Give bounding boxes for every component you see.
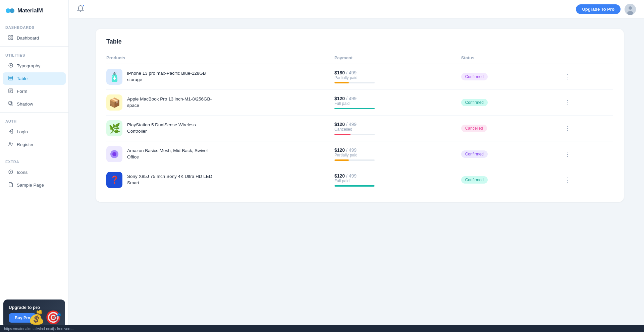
upgrade-box-title: Upgrade to pro (9, 305, 60, 310)
payment-cell-inner: $180 / 499 Partially paid (334, 70, 461, 83)
sidebar-divider (0, 112, 68, 113)
svg-rect-3 (11, 36, 13, 37)
progress-bar-bg (334, 134, 375, 135)
col-header-0: Products (106, 52, 334, 64)
payment-total: / 499 (346, 122, 357, 127)
product-image (106, 146, 122, 162)
table-row: ❓ Sony X85J 75 Inch Sony 4K Ultra HD LED… (106, 167, 613, 193)
payment-label: Partially paid (334, 75, 461, 80)
progress-bar-fill (334, 108, 375, 109)
product-cell: 🧴 iPhone 13 pro max-Pacific Blue-128GB s… (106, 64, 334, 90)
product-cell-inner: ❓ Sony X85J 75 Inch Sony 4K Ultra HD LED… (106, 172, 334, 188)
sidebar-item-label: Shadow (17, 102, 33, 107)
topbar: Upgrade To Pro (69, 0, 644, 19)
svg-point-27 (629, 6, 632, 10)
product-name: iPhone 13 pro max-Pacific Blue-128GB sto… (127, 70, 214, 83)
payment-cell: $180 / 499 Partially paid (334, 64, 461, 90)
status-badge: Confirmed (461, 99, 488, 106)
table-body: 🧴 iPhone 13 pro max-Pacific Blue-128GB s… (106, 64, 613, 193)
payment-label: Full paid (334, 101, 461, 106)
product-cell: 📦 Apple MacBook Pro 13 inch-M1-8/256GB-s… (106, 90, 334, 116)
sidebar: MaterialM DashboardsDashboardUtilitiesTy… (0, 0, 69, 332)
product-name: Apple MacBook Pro 13 inch-M1-8/256GB-spa… (127, 96, 214, 109)
notification-bell[interactable] (77, 5, 84, 13)
product-cell: ❓ Sony X85J 75 Inch Sony 4K Ultra HD LED… (106, 167, 334, 193)
payment-cell-inner: $120 / 499 Full paid (334, 173, 461, 187)
table-header: ProductsPaymentStatus (106, 52, 613, 64)
product-image: ❓ (106, 172, 122, 188)
payment-label: Partially paid (334, 153, 461, 157)
payment-label: Full paid (334, 179, 461, 183)
payment-cell-inner: $120 / 499 Cancelled (334, 122, 461, 135)
table-row: Amazon Basics Mesh, Mid-Back, Swivel Off… (106, 141, 613, 167)
shadow-icon (8, 101, 13, 107)
sidebar-item-label: Register (17, 142, 34, 147)
more-options-button[interactable]: ⋮ (562, 175, 573, 185)
svg-rect-5 (11, 38, 13, 40)
table-row: 🌿 PlayStation 5 DualSense Wireless Contr… (106, 116, 613, 141)
more-options-button[interactable]: ⋮ (562, 123, 573, 133)
status-badge: Confirmed (461, 176, 488, 184)
payment-total: / 499 (346, 147, 357, 153)
status-cell: Confirmed (461, 90, 562, 116)
avatar[interactable] (625, 4, 636, 15)
sidebar-item-label: Form (17, 89, 28, 94)
col-header-3 (562, 52, 613, 64)
icons-icon (8, 169, 13, 176)
product-cell: 🌿 PlayStation 5 DualSense Wireless Contr… (106, 116, 334, 141)
payment-cell: $120 / 499 Full paid (334, 90, 461, 116)
product-name: PlayStation 5 DualSense Wireless Control… (127, 122, 214, 135)
logo: MaterialM (0, 0, 68, 21)
table-title: Table (106, 38, 613, 45)
more-options-button[interactable]: ⋮ (562, 97, 573, 108)
product-cell: Amazon Basics Mesh, Mid-Back, Swivel Off… (106, 141, 334, 167)
sidebar-item-shadow[interactable]: Shadow (3, 98, 66, 110)
progress-bar-bg (334, 108, 375, 109)
sidebar-item-label: Sample Page (17, 183, 44, 188)
sidebar-item-typography[interactable]: Typography (3, 60, 66, 72)
upgrade-pro-button[interactable]: Upgrade To Pro (576, 4, 621, 14)
payment-total: / 499 (346, 70, 357, 75)
logo-icon (5, 6, 15, 15)
more-options-button[interactable]: ⋮ (562, 149, 573, 159)
sidebar-item-form[interactable]: Form (3, 85, 66, 97)
more-cell: ⋮ (562, 64, 613, 90)
main-area: Upgrade To Pro Table ProductsPaymentStat… (69, 0, 644, 332)
sidebar-divider (0, 46, 68, 47)
payment-total: / 499 (346, 96, 357, 101)
sidebar-item-login[interactable]: Login (3, 126, 66, 138)
payment-amount: $120 / 499 (334, 122, 461, 127)
sidebar-sections: DashboardsDashboardUtilitiesTypographyTa… (0, 21, 68, 192)
sidebar-section-label-2: Auth (0, 115, 68, 125)
upgrade-box: Upgrade to pro Buy Pro 💰🎯 (3, 300, 65, 328)
form-icon (8, 88, 13, 94)
col-header-2: Status (461, 52, 562, 64)
grid-icon (8, 35, 13, 41)
sidebar-item-dashboard[interactable]: Dashboard (3, 32, 66, 44)
progress-bar-fill (334, 82, 349, 83)
status-cell: Confirmed (461, 64, 562, 90)
payment-amount: $120 / 499 (334, 96, 461, 101)
product-cell-inner: 📦 Apple MacBook Pro 13 inch-M1-8/256GB-s… (106, 94, 334, 111)
sidebar-item-label: Typography (17, 63, 41, 68)
sidebar-item-sample-page[interactable]: Sample Page (3, 179, 66, 191)
more-cell: ⋮ (562, 167, 613, 193)
svg-point-30 (112, 152, 116, 156)
progress-bar-fill (334, 159, 349, 161)
product-name: Sony X85J 75 Inch Sony 4K Ultra HD LED S… (127, 174, 214, 186)
sidebar-item-register[interactable]: Register (3, 138, 66, 151)
product-name: Amazon Basics Mesh, Mid-Back, Swivel Off… (127, 148, 214, 160)
svg-rect-2 (9, 36, 10, 37)
more-options-button[interactable]: ⋮ (562, 72, 573, 82)
payment-amount: $120 / 499 (334, 173, 461, 179)
payment-cell: $120 / 499 Full paid (334, 167, 461, 193)
sidebar-item-icons[interactable]: Icons (3, 166, 66, 179)
product-cell-inner: 🌿 PlayStation 5 DualSense Wireless Contr… (106, 120, 334, 136)
more-cell: ⋮ (562, 116, 613, 141)
upgrade-box-emoji: 💰🎯 (28, 310, 62, 325)
register-icon (8, 141, 13, 148)
payment-cell-inner: $120 / 499 Full paid (334, 96, 461, 109)
sidebar-item-table[interactable]: Table (3, 72, 66, 85)
progress-bar-bg (334, 185, 375, 187)
more-cell: ⋮ (562, 141, 613, 167)
